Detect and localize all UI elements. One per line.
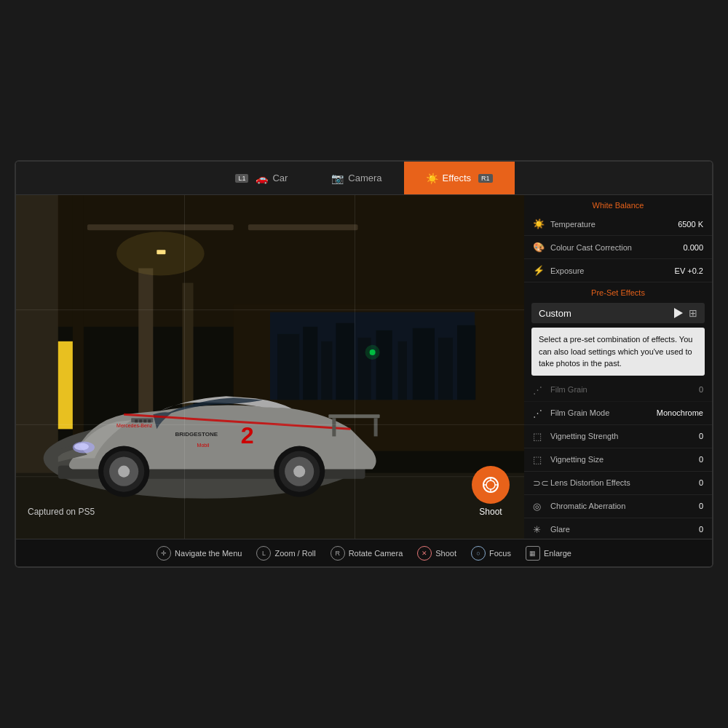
temperature-row[interactable]: ☀️ Temperature 6500 K — [524, 213, 712, 236]
rotate-camera-label: Rotate Camera — [349, 549, 403, 558]
car-tab-icon: 🚗 — [256, 173, 268, 184]
temperature-label: Temperature — [546, 220, 678, 229]
vignetting-strength-label: Vignetting Strength — [546, 432, 699, 440]
enlarge-label: Enlarge — [544, 549, 571, 558]
film-grain-mode-label: Film Grain Mode — [546, 408, 657, 417]
preset-grid-icon: ⊞ — [689, 307, 697, 319]
focus-circle-icon: ○ — [471, 546, 486, 561]
svg-rect-23 — [157, 250, 165, 254]
svg-text:2: 2 — [241, 422, 254, 448]
film-grain-row[interactable]: ⋰ Film Grain 0 — [524, 379, 712, 402]
colour-cast-row[interactable]: 🎨 Colour Cast Correction 0.000 — [524, 236, 712, 259]
camera-shutter-icon — [481, 475, 500, 494]
preset-value: Custom — [539, 308, 689, 319]
chromatic-aberration-value: 0 — [699, 502, 703, 510]
enlarge-control: ▦ Enlarge — [526, 546, 571, 561]
car-tab-label: Car — [272, 173, 288, 183]
svg-rect-15 — [413, 328, 435, 400]
vignetting-size-row[interactable]: ⬚ Vignetting Size 0 — [524, 448, 712, 472]
l1-badge: L1 — [235, 174, 248, 183]
svg-rect-49 — [139, 419, 142, 422]
top-navigation: L1 🚗 Car 📷 Camera ☀️ Effects R1 — [16, 162, 712, 195]
temperature-value: 6500 K — [678, 220, 703, 229]
svg-rect-20 — [87, 224, 234, 230]
svg-rect-16 — [438, 338, 453, 400]
svg-rect-48 — [135, 419, 138, 422]
chromatic-aberration-icon: ◎ — [533, 501, 546, 512]
preset-effects-header: Pre-Set Effects — [524, 282, 712, 300]
captured-text: Captured on PS5 — [28, 507, 95, 517]
chromatic-aberration-row[interactable]: ◎ Chromatic Aberration 0 — [524, 495, 712, 518]
bottom-control-bar: ✛ Navigate the Menu L Zoom / Roll R Rota… — [16, 539, 712, 566]
photo-area: 2 — [16, 195, 524, 539]
vignetting-strength-value: 0 — [699, 432, 703, 440]
shoot-control: ✕ Shoot — [417, 546, 456, 561]
cursor-arrow — [674, 308, 683, 318]
svg-point-39 — [118, 466, 130, 478]
colour-cast-value: 0.000 — [683, 243, 703, 252]
navigate-menu-label: Navigate the Menu — [175, 549, 242, 558]
shoot-button[interactable]: Shoot — [472, 466, 510, 517]
zoom-roll-control: L Zoom / Roll — [256, 546, 315, 561]
effects-tab-label: Effects — [443, 173, 472, 183]
svg-rect-34 — [332, 418, 336, 436]
svg-text:Mobil: Mobil — [197, 443, 210, 448]
glare-icon: ✳ — [533, 524, 546, 535]
vignetting-size-label: Vignetting Size — [546, 455, 699, 464]
svg-rect-8 — [277, 334, 299, 400]
film-grain-value: 0 — [699, 385, 703, 394]
right-panel: White Balance ☀️ Temperature 6500 K 🎨 Co… — [524, 195, 712, 539]
film-grain-mode-row[interactable]: ⋰ Film Grain Mode Monochrome — [524, 402, 712, 425]
tab-camera[interactable]: 📷 Camera — [309, 162, 403, 194]
lens-distortion-label: Lens Distortion Effects — [546, 478, 699, 487]
svg-point-43 — [293, 466, 305, 478]
svg-rect-35 — [374, 418, 378, 436]
vignetting-size-value: 0 — [699, 455, 703, 464]
film-grain-icon: ⋰ — [533, 384, 546, 395]
chromatic-aberration-label: Chromatic Aberration — [546, 502, 699, 510]
tab-car[interactable]: L1 🚗 Car — [213, 162, 309, 194]
zoom-stick-icon: L — [256, 546, 271, 561]
navigate-menu-control: ✛ Navigate the Menu — [157, 546, 242, 561]
svg-rect-10 — [321, 341, 332, 400]
temperature-icon: ☀️ — [533, 218, 546, 229]
effects-tab-icon: ☀️ — [426, 173, 438, 184]
svg-rect-14 — [398, 341, 407, 400]
svg-point-32 — [74, 443, 89, 450]
r1-badge: R1 — [478, 174, 493, 183]
colour-cast-icon: 🎨 — [533, 242, 546, 253]
film-grain-mode-icon: ⋰ — [533, 408, 546, 419]
film-grain-mode-value: Monochrome — [657, 408, 703, 417]
glare-row[interactable]: ✳ Glare 0 — [524, 518, 712, 539]
lens-distortion-icon: ⊃⊂ — [533, 478, 546, 488]
colour-cast-label: Colour Cast Correction — [546, 243, 683, 252]
navigate-dpad-icon: ✛ — [157, 546, 171, 561]
car-scene-svg: 2 — [16, 195, 524, 539]
svg-point-57 — [486, 480, 495, 489]
svg-point-19 — [365, 345, 380, 360]
focus-label: Focus — [489, 549, 511, 558]
zoom-roll-label: Zoom / Roll — [274, 549, 315, 558]
tab-effects[interactable]: ☀️ Effects R1 — [404, 162, 515, 194]
preset-tooltip: Select a pre-set combination of effects.… — [531, 328, 705, 376]
vignetting-size-icon: ⬚ — [533, 454, 546, 465]
exposure-row[interactable]: ⚡ Exposure EV +0.2 — [524, 259, 712, 282]
shoot-cross-icon: ✕ — [417, 546, 432, 561]
camera-tab-icon: 📷 — [331, 173, 344, 184]
shoot-circle-icon — [472, 466, 510, 504]
svg-rect-9 — [303, 327, 317, 400]
white-balance-header: White Balance — [524, 195, 712, 213]
svg-rect-13 — [376, 331, 392, 400]
svg-rect-51 — [148, 419, 151, 422]
glare-value: 0 — [699, 525, 703, 534]
vignetting-strength-row[interactable]: ⬚ Vignetting Strength 0 — [524, 425, 712, 448]
preset-dropdown[interactable]: Custom ⊞ — [531, 303, 705, 323]
focus-control: ○ Focus — [471, 546, 511, 561]
rotate-stick-icon: R — [331, 546, 345, 561]
lens-distortion-row[interactable]: ⊃⊂ Lens Distortion Effects 0 — [524, 472, 712, 495]
exposure-label: Exposure — [546, 266, 675, 275]
svg-text:Mercedes-Benz: Mercedes-Benz — [116, 423, 153, 428]
camera-tab-label: Camera — [348, 173, 381, 183]
shoot-label: Shoot — [479, 507, 502, 517]
svg-rect-24 — [58, 341, 73, 430]
